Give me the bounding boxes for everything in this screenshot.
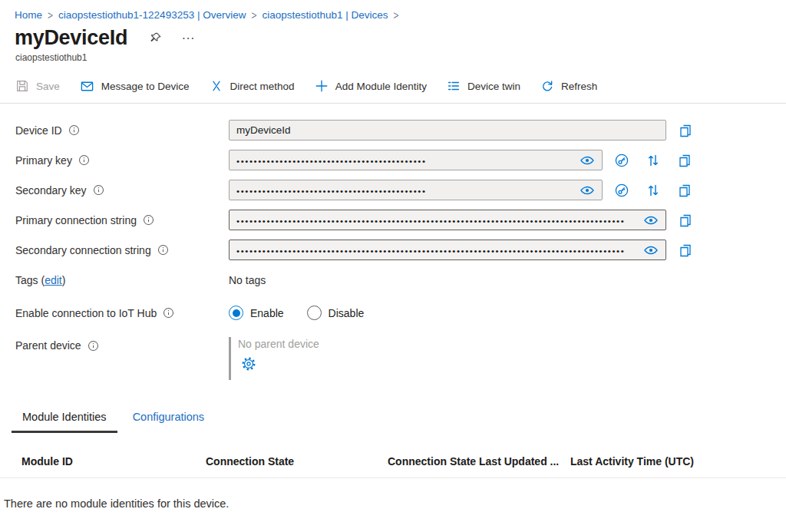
copy-icon[interactable] [677, 183, 692, 198]
info-icon[interactable] [93, 184, 104, 196]
enable-connection-label: Enable connection to IoT Hub [15, 307, 229, 319]
secondary-connection-string-row: Secondary connection string ••••••••••••… [15, 240, 786, 260]
primary-key-input[interactable]: ••••••••••••••••••••••••••••••••••••••••… [229, 150, 603, 170]
direct-method-button[interactable]: Direct method [210, 79, 295, 93]
primary-connection-string-row: Primary connection string ••••••••••••••… [15, 210, 786, 230]
parent-device-value: No parent device [238, 338, 319, 350]
gear-icon[interactable] [241, 356, 256, 372]
column-header-connection-state-last-updated[interactable]: Connection State Last Updated ... [388, 455, 570, 468]
tab-configurations[interactable]: Configurations [122, 405, 216, 433]
info-icon[interactable] [143, 214, 154, 226]
column-header-module-id[interactable]: Module ID [21, 455, 206, 468]
reveal-eye-icon[interactable] [639, 243, 659, 258]
breadcrumb-separator: > [251, 8, 256, 22]
plus-icon [315, 79, 329, 93]
parent-device-label: Parent device [15, 339, 229, 352]
tags-row: Tags (edit) No tags [15, 269, 786, 290]
reveal-eye-icon[interactable] [639, 213, 659, 228]
primary-connection-string-input[interactable]: ••••••••••••••••••••••••••••••••••••••••… [229, 210, 666, 230]
copy-icon[interactable] [678, 243, 693, 258]
regenerate-key-icon[interactable] [614, 153, 629, 168]
command-bar: Save Message to Device Direct method Add… [0, 74, 786, 97]
radio-disable-circle[interactable] [307, 306, 322, 320]
tags-edit-link[interactable]: edit [45, 274, 62, 286]
copy-icon[interactable] [677, 153, 692, 168]
radio-enable-circle[interactable] [229, 306, 243, 320]
more-options-button[interactable]: ... [182, 31, 195, 45]
regenerate-key-icon[interactable] [614, 183, 629, 198]
message-to-device-button[interactable]: Message to Device [80, 79, 190, 94]
info-icon[interactable] [157, 244, 169, 256]
breadcrumb-home[interactable]: Home [15, 9, 42, 21]
secondary-key-label: Secondary key [15, 184, 229, 197]
page-subtitle: ciaopstestiothub1 [0, 52, 786, 63]
breadcrumb-hub-overview[interactable]: ciaopstestiothub1-122493253 | Overview [58, 9, 246, 21]
refresh-button[interactable]: Refresh [540, 79, 597, 93]
column-header-last-activity-time[interactable]: Last Activity Time (UTC) [570, 455, 694, 468]
primary-key-row: Primary key ••••••••••••••••••••••••••••… [15, 150, 786, 170]
radio-enable[interactable]: Enable [229, 306, 284, 320]
enable-connection-radio-group: Enable Disable [229, 306, 387, 320]
parent-device-box: No parent device [229, 337, 319, 380]
secondary-key-input[interactable]: ••••••••••••••••••••••••••••••••••••••••… [229, 180, 603, 200]
swap-keys-icon[interactable] [646, 183, 661, 198]
page-title: myDeviceId [15, 26, 127, 50]
enable-connection-row: Enable connection to IoT Hub Enable Disa… [15, 302, 786, 323]
add-module-identity-button[interactable]: Add Module Identity [315, 79, 427, 93]
save-button[interactable]: Save [15, 79, 60, 93]
envelope-icon [80, 79, 94, 94]
refresh-icon [540, 79, 554, 93]
info-icon[interactable] [78, 154, 90, 166]
copy-icon[interactable] [678, 213, 693, 228]
breadcrumb-separator: > [48, 8, 53, 22]
breadcrumb-hub-devices[interactable]: ciaopstestiothub1 | Devices [262, 9, 388, 21]
swap-keys-icon[interactable] [646, 153, 661, 168]
breadcrumb-separator: > [394, 8, 399, 22]
tags-value: No tags [229, 274, 266, 286]
breadcrumb: Home > ciaopstestiothub1-122493253 | Ove… [0, 0, 786, 21]
table-header-divider [0, 477, 786, 478]
secondary-key-row: Secondary key ••••••••••••••••••••••••••… [15, 180, 786, 200]
device-id-row: Device ID myDeviceId [15, 120, 786, 140]
copy-icon[interactable] [678, 123, 693, 138]
module-table-header: Module ID Connection State Connection St… [0, 455, 786, 468]
primary-connection-string-label: Primary connection string [15, 214, 229, 226]
tags-label: Tags (edit) [15, 274, 229, 286]
column-header-connection-state[interactable]: Connection State [206, 455, 388, 468]
pin-icon [149, 31, 162, 45]
tab-module-identities[interactable]: Module Identities [12, 405, 117, 433]
primary-key-label: Primary key [15, 154, 229, 167]
tab-bar: Module Identities Configurations [0, 405, 786, 433]
parent-device-row: Parent device No parent device [15, 337, 786, 380]
empty-table-message: There are no module identities for this … [0, 497, 786, 510]
ellipsis-icon: ... [182, 28, 195, 42]
save-icon [15, 79, 29, 93]
direct-method-icon [210, 79, 223, 93]
device-id-label: Device ID [15, 124, 229, 137]
radio-disable[interactable]: Disable [307, 306, 365, 320]
device-id-input[interactable]: myDeviceId [229, 120, 666, 140]
info-icon[interactable] [88, 340, 99, 352]
secondary-connection-string-input[interactable]: ••••••••••••••••••••••••••••••••••••••••… [229, 240, 666, 260]
reveal-eye-icon[interactable] [575, 183, 595, 198]
info-icon[interactable] [163, 307, 174, 319]
device-detail-form: Device ID myDeviceId Primary key [0, 104, 786, 380]
list-icon [447, 79, 461, 93]
secondary-connection-string-label: Secondary connection string [15, 244, 229, 256]
info-icon[interactable] [68, 124, 80, 136]
device-twin-button[interactable]: Device twin [447, 79, 520, 93]
pin-to-dashboard-button[interactable] [149, 31, 162, 45]
reveal-eye-icon[interactable] [575, 153, 595, 168]
